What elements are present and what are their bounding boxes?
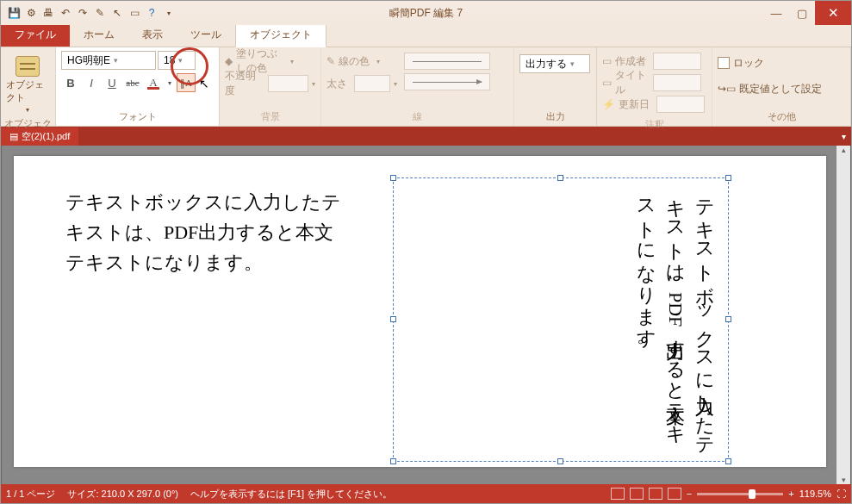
- font-color-button[interactable]: A: [144, 73, 163, 92]
- set-default-button[interactable]: ↪▭既定値として設定: [718, 78, 822, 99]
- zoom-value[interactable]: 119.5%: [799, 488, 831, 499]
- view-icon[interactable]: ▭: [127, 5, 142, 21]
- resize-handle[interactable]: [557, 175, 563, 181]
- status-bar: 1 / 1 ページ サイズ: 210.0 X 297.0 (0°) ヘルプを表示…: [1, 484, 851, 503]
- resize-handle[interactable]: [390, 175, 396, 181]
- updated-icon: ⚡: [602, 98, 615, 110]
- edit-icon[interactable]: ✎: [92, 5, 108, 21]
- lock-checkbox[interactable]: ロック: [718, 53, 822, 73]
- tab-view[interactable]: 表示: [128, 23, 177, 47]
- line-style-combo[interactable]: [404, 53, 490, 70]
- group-label-font: フォント: [56, 110, 219, 126]
- minimize-button[interactable]: —: [763, 1, 789, 25]
- line-arrow-combo[interactable]: [404, 73, 490, 90]
- zoom-in-button[interactable]: +: [788, 488, 793, 499]
- font-size-combo[interactable]: 18▾: [158, 51, 196, 70]
- undo-icon[interactable]: ↶: [58, 5, 73, 21]
- zoom-out-button[interactable]: −: [687, 488, 692, 499]
- document-tab-bar: ▤空(2)(1).pdf ▾: [1, 127, 851, 146]
- pen-icon: ✎: [326, 55, 335, 67]
- tab-home[interactable]: ホーム: [70, 23, 128, 47]
- help-icon[interactable]: ?: [144, 5, 159, 21]
- ribbon-tabs: ファイル ホーム 表示 ツール オブジェクト: [1, 25, 851, 47]
- quick-access-toolbar: 💾 ⚙ 🖶 ↶ ↷ ✎ ↖ ▭ ? ▾: [1, 5, 177, 21]
- zoom-fit-icon[interactable]: ⛶: [836, 488, 846, 499]
- config-icon[interactable]: ⚙: [23, 5, 39, 21]
- opacity-input[interactable]: [268, 75, 308, 92]
- group-label-output: 出力: [514, 110, 596, 126]
- cursor-icon: ↖: [199, 77, 209, 90]
- resize-handle[interactable]: [557, 458, 563, 464]
- bold-button[interactable]: B: [61, 73, 80, 92]
- vertical-text[interactable]: テキストボックスに入力したテキストは、PDF出力すると本文テキストになります。: [631, 187, 719, 452]
- view-mode-1-icon[interactable]: [611, 488, 625, 500]
- qat-dropdown-icon[interactable]: ▾: [161, 5, 177, 21]
- size-indicator: サイズ: 210.0 X 297.0 (0°): [67, 488, 178, 501]
- view-mode-2-icon[interactable]: [630, 488, 644, 500]
- maximize-button[interactable]: ▢: [789, 1, 815, 25]
- print-icon[interactable]: 🖶: [40, 5, 56, 21]
- resize-handle[interactable]: [390, 458, 396, 464]
- author-icon: ▭: [602, 55, 612, 67]
- group-label-bg: 背景: [220, 110, 320, 126]
- close-button[interactable]: ✕: [815, 1, 851, 25]
- title-input[interactable]: [653, 74, 701, 91]
- view-mode-4-icon[interactable]: [668, 488, 681, 500]
- page-indicator: 1 / 1 ページ: [6, 488, 55, 501]
- resize-handle[interactable]: [725, 316, 731, 322]
- body-text: テキストボックスに入力したテキストは、PDF出力すると本文テキストになります。: [65, 187, 341, 278]
- italic-button[interactable]: I: [82, 73, 101, 92]
- save-icon[interactable]: 💾: [6, 5, 22, 21]
- group-label-annot: 注釈: [597, 118, 712, 134]
- resize-handle[interactable]: [390, 316, 396, 322]
- font-name-combo[interactable]: HG明朝E▾: [61, 51, 156, 70]
- strike-button[interactable]: abc: [123, 73, 142, 92]
- line-width-input[interactable]: [354, 75, 390, 92]
- app-title: 瞬簡PDF 編集 7: [389, 6, 463, 21]
- tab-file[interactable]: ファイル: [1, 23, 70, 47]
- resize-handle[interactable]: [725, 175, 731, 181]
- underline-button[interactable]: U: [103, 73, 121, 92]
- object-button[interactable]: オブジェクト▾: [6, 51, 49, 114]
- pointer-icon[interactable]: ↖: [109, 5, 125, 21]
- author-input[interactable]: [653, 53, 701, 70]
- zoom-slider[interactable]: [697, 493, 783, 495]
- tab-object[interactable]: オブジェクト: [235, 22, 326, 47]
- selected-textbox[interactable]: テキストボックスに入力したテキストは、PDF出力すると本文テキストになります。: [393, 177, 729, 462]
- group-label-other: その他: [712, 110, 850, 126]
- output-combo[interactable]: 出力する▾: [519, 54, 590, 73]
- resize-handle[interactable]: [725, 458, 731, 464]
- fill-icon: ◆: [225, 55, 233, 67]
- group-label-line: 線: [321, 110, 513, 126]
- default-icon: ↪▭: [718, 83, 736, 95]
- vertical-scrollbar[interactable]: [836, 146, 850, 484]
- object-icon: [16, 56, 40, 77]
- ribbon: オブジェクト▾ オブジェクト HG明朝E▾ 18▾ B I U abc A ▾ …: [1, 47, 851, 127]
- view-mode-3-icon[interactable]: [649, 488, 662, 500]
- title-bar: 💾 ⚙ 🖶 ↶ ↷ ✎ ↖ ▭ ? ▾ 瞬簡PDF 編集 7 — ▢ ✕: [1, 1, 851, 25]
- pdf-icon: ▤: [9, 131, 18, 142]
- redo-icon[interactable]: ↷: [75, 5, 90, 21]
- updated-input[interactable]: [656, 96, 705, 113]
- vertical-text-button[interactable]: ‖A: [177, 73, 196, 92]
- tab-tool[interactable]: ツール: [177, 23, 235, 47]
- document-tab[interactable]: ▤空(2)(1).pdf: [1, 128, 78, 146]
- title-icon: ▭: [602, 77, 612, 89]
- document-canvas[interactable]: テキストボックスに入力したテキストは、PDF出力すると本文テキストになります。 …: [1, 146, 851, 484]
- page: テキストボックスに入力したテキストは、PDF出力すると本文テキストになります。 …: [14, 156, 826, 467]
- help-hint: ヘルプを表示するには [F1] を押してください。: [190, 488, 392, 501]
- font-color-dropdown[interactable]: ▾: [165, 73, 175, 92]
- tab-overflow-icon[interactable]: ▾: [836, 132, 851, 141]
